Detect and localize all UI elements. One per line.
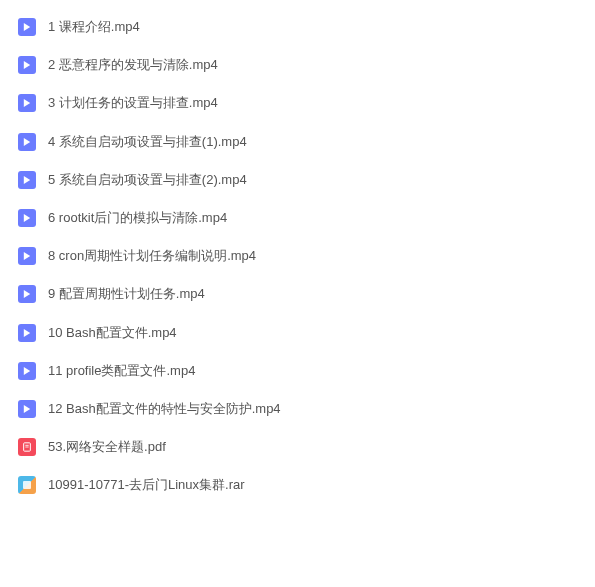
file-item[interactable]: 2 恶意程序的发现与清除.mp4	[0, 46, 595, 84]
video-icon	[18, 324, 36, 342]
file-name: 5 系统自启动项设置与排查(2).mp4	[48, 171, 247, 189]
file-name: 6 rootkit后门的模拟与清除.mp4	[48, 209, 227, 227]
archive-icon	[18, 476, 36, 494]
svg-marker-8	[24, 329, 30, 337]
file-name: 4 系统自启动项设置与排查(1).mp4	[48, 133, 247, 151]
video-icon	[18, 362, 36, 380]
file-name: 8 cron周期性计划任务编制说明.mp4	[48, 247, 256, 265]
pdf-icon	[18, 438, 36, 456]
file-item[interactable]: 10991-10771-去后门Linux集群.rar	[0, 466, 595, 504]
video-icon	[18, 400, 36, 418]
file-item[interactable]: 10 Bash配置文件.mp4	[0, 314, 595, 352]
video-icon	[18, 171, 36, 189]
file-name: 11 profile类配置文件.mp4	[48, 362, 195, 380]
video-icon	[18, 247, 36, 265]
svg-marker-9	[24, 367, 30, 375]
file-name: 2 恶意程序的发现与清除.mp4	[48, 56, 218, 74]
file-item[interactable]: 11 profile类配置文件.mp4	[0, 352, 595, 390]
svg-marker-4	[24, 176, 30, 184]
video-icon	[18, 18, 36, 36]
file-item[interactable]: 8 cron周期性计划任务编制说明.mp4	[0, 237, 595, 275]
file-name: 10 Bash配置文件.mp4	[48, 324, 177, 342]
file-name: 1 课程介绍.mp4	[48, 18, 140, 36]
file-item[interactable]: 53.网络安全样题.pdf	[0, 428, 595, 466]
video-icon	[18, 209, 36, 227]
svg-marker-10	[24, 405, 30, 413]
file-list: 1 课程介绍.mp4 2 恶意程序的发现与清除.mp4 3 计划任务的设置与排查…	[0, 8, 595, 504]
file-item[interactable]: 9 配置周期性计划任务.mp4	[0, 275, 595, 313]
file-name: 53.网络安全样题.pdf	[48, 438, 166, 456]
svg-marker-2	[24, 99, 30, 107]
svg-marker-3	[24, 138, 30, 146]
file-item[interactable]: 5 系统自启动项设置与排查(2).mp4	[0, 161, 595, 199]
file-name: 10991-10771-去后门Linux集群.rar	[48, 476, 245, 494]
file-item[interactable]: 1 课程介绍.mp4	[0, 8, 595, 46]
file-item[interactable]: 6 rootkit后门的模拟与清除.mp4	[0, 199, 595, 237]
video-icon	[18, 285, 36, 303]
file-name: 3 计划任务的设置与排查.mp4	[48, 94, 218, 112]
video-icon	[18, 133, 36, 151]
video-icon	[18, 94, 36, 112]
file-item[interactable]: 12 Bash配置文件的特性与安全防护.mp4	[0, 390, 595, 428]
file-item[interactable]: 3 计划任务的设置与排查.mp4	[0, 84, 595, 122]
svg-marker-1	[24, 61, 30, 69]
file-item[interactable]: 4 系统自启动项设置与排查(1).mp4	[0, 123, 595, 161]
video-icon	[18, 56, 36, 74]
file-name: 9 配置周期性计划任务.mp4	[48, 285, 205, 303]
file-name: 12 Bash配置文件的特性与安全防护.mp4	[48, 400, 281, 418]
svg-marker-7	[24, 290, 30, 298]
svg-marker-5	[24, 214, 30, 222]
svg-marker-0	[24, 23, 30, 31]
svg-marker-6	[24, 252, 30, 260]
